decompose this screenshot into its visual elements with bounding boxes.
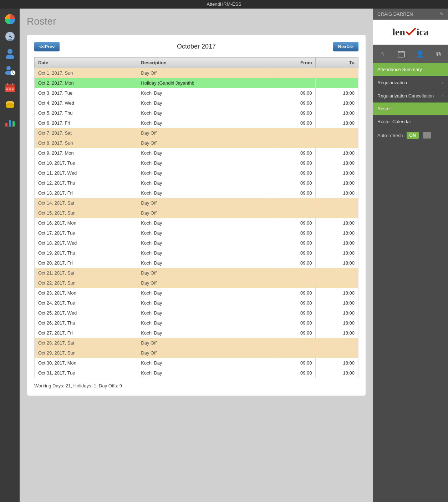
cell-from: 09:00: [273, 228, 316, 238]
svg-point-7: [6, 55, 14, 59]
table-row: Oct 8, 2017, SunDay Off: [35, 138, 358, 148]
svg-rect-15: [5, 86, 15, 87]
table-row: Oct 30, 2017, MonKochi Day09:0018:00: [35, 358, 358, 368]
cell-to: [316, 198, 358, 208]
cell-from: 09:00: [273, 98, 316, 108]
cell-description: Kochi Day: [137, 108, 273, 118]
cell-to: [316, 278, 358, 288]
cell-date: Oct 9, 2017, Mon: [35, 148, 137, 158]
svg-rect-26: [5, 123, 7, 127]
cell-to: 18:00: [316, 148, 358, 158]
cell-description: Kochi Day: [137, 298, 273, 308]
cell-description: Kochi Day: [137, 308, 273, 318]
table-row: Oct 19, 2017, ThuKochi Day09:0018:00: [35, 248, 358, 258]
summary-footer: Working Days: 21, Holidays: 1, Day Offs:…: [34, 383, 358, 388]
sidebar-icon-pie[interactable]: [3, 12, 17, 26]
cell-to: 18:00: [316, 358, 358, 368]
cell-from: [273, 278, 316, 288]
cell-description: Day Off: [137, 278, 273, 288]
cell-to: 18:00: [316, 188, 358, 198]
cell-date: Oct 3, 2017, Tue: [35, 88, 137, 98]
svg-point-4: [9, 36, 11, 37]
cell-date: Oct 23, 2017, Mon: [35, 288, 137, 298]
user-settings-icon[interactable]: ✎: [440, 11, 444, 17]
cell-to: 18:00: [316, 108, 358, 118]
menu-regularization-cancellation[interactable]: Regularization Cancellation ›: [373, 89, 448, 102]
cell-to: [316, 128, 358, 138]
cell-description: Kochi Day: [137, 158, 273, 168]
cell-date: Oct 6, 2017, Fri: [35, 118, 137, 128]
cell-from: 09:00: [273, 328, 316, 338]
prev-button[interactable]: <<Prev: [34, 42, 60, 51]
content-area: Roster <<Prev October 2017 Next>> Date D…: [20, 9, 373, 502]
menu-regularization-label: Regularization: [377, 80, 407, 85]
cell-date: Oct 15, 2017, Sun: [35, 208, 137, 218]
menu-regularization[interactable]: Regularization ›: [373, 76, 448, 89]
cell-from: 09:00: [273, 148, 316, 158]
table-row: Oct 17, 2017, TueKochi Day09:0018:00: [35, 228, 358, 238]
nav-home-icon[interactable]: ⌂: [376, 47, 389, 60]
cell-date: Oct 8, 2017, Sun: [35, 138, 137, 148]
cell-from: 09:00: [273, 158, 316, 168]
sidebar-icon-person[interactable]: [3, 46, 17, 61]
cell-date: Oct 12, 2017, Thu: [35, 178, 137, 188]
table-row: Oct 3, 2017, TueKochi Day09:0018:00: [35, 88, 358, 98]
cell-from: 09:00: [273, 108, 316, 118]
table-row: Oct 25, 2017, WedKochi Day09:0018:00: [35, 308, 358, 318]
next-button[interactable]: Next>>: [333, 42, 358, 51]
nav-person-icon[interactable]: 👤: [413, 47, 426, 60]
cell-to: [316, 208, 358, 218]
col-to: To: [316, 57, 358, 68]
logo: len ica: [392, 26, 429, 38]
col-from: From: [273, 57, 316, 68]
sidebar-icon-chart[interactable]: [3, 115, 17, 129]
table-header: Date Description From To: [35, 57, 358, 68]
cell-date: Oct 27, 2017, Fri: [35, 328, 137, 338]
cell-description: Kochi Day: [137, 188, 273, 198]
sidebar-icon-coins[interactable]: [3, 98, 17, 112]
cell-from: 09:00: [273, 188, 316, 198]
cell-to: 18:00: [316, 258, 358, 268]
toggle-off-box[interactable]: [423, 132, 431, 139]
cell-date: Oct 28, 2017, Sat: [35, 338, 137, 348]
cell-description: Kochi Day: [137, 168, 273, 178]
cell-date: Oct 2, 2017, Mon: [35, 78, 137, 88]
table-row: Oct 26, 2017, ThuKochi Day09:0018:00: [35, 318, 358, 328]
cell-description: Day Off: [137, 348, 273, 358]
cell-to: [316, 68, 358, 78]
cell-from: 09:00: [273, 238, 316, 248]
table-row: Oct 16, 2017, MonKochi Day09:0018:00: [35, 218, 358, 228]
cell-from: [273, 198, 316, 208]
cell-date: Oct 18, 2017, Wed: [35, 238, 137, 248]
cell-to: 18:00: [316, 98, 358, 108]
sidebar-icon-person-clock[interactable]: [3, 64, 17, 78]
cell-from: [273, 268, 316, 278]
svg-point-25: [6, 105, 14, 108]
cell-to: 18:00: [316, 248, 358, 258]
nav-copy-icon[interactable]: ⧉: [432, 47, 445, 60]
nav-calendar-icon[interactable]: [395, 47, 408, 60]
sidebar-icon-clock[interactable]: [3, 29, 17, 44]
sidebar-icon-calendar[interactable]: [3, 81, 17, 95]
cell-description: Kochi Day: [137, 228, 273, 238]
menu-roster-calendar[interactable]: Roster Calendar: [373, 115, 448, 128]
cell-to: 18:00: [316, 118, 358, 128]
nav-row: <<Prev October 2017 Next>>: [34, 42, 358, 51]
menu-attendance-summary[interactable]: Attendance Summary: [373, 63, 448, 76]
cell-date: Oct 26, 2017, Thu: [35, 318, 137, 328]
chevron-right-icon: ›: [442, 80, 444, 85]
menu-roster[interactable]: Roster: [373, 102, 448, 115]
cell-date: Oct 5, 2017, Thu: [35, 108, 137, 118]
autorefresh-toggle[interactable]: ON: [407, 132, 419, 139]
svg-rect-28: [12, 121, 15, 127]
cell-to: 18:00: [316, 218, 358, 228]
cell-date: Oct 21, 2017, Sat: [35, 268, 137, 278]
table-row: Oct 29, 2017, SunDay Off: [35, 348, 358, 358]
cell-to: 18:00: [316, 88, 358, 98]
menu-regularization-cancellation-label: Regularization Cancellation: [377, 93, 434, 99]
table-row: Oct 18, 2017, WedKochi Day09:0018:00: [35, 238, 358, 248]
cell-description: Day Off: [137, 68, 273, 78]
cell-from: 09:00: [273, 118, 316, 128]
cell-from: [273, 78, 316, 88]
svg-rect-16: [7, 83, 8, 85]
